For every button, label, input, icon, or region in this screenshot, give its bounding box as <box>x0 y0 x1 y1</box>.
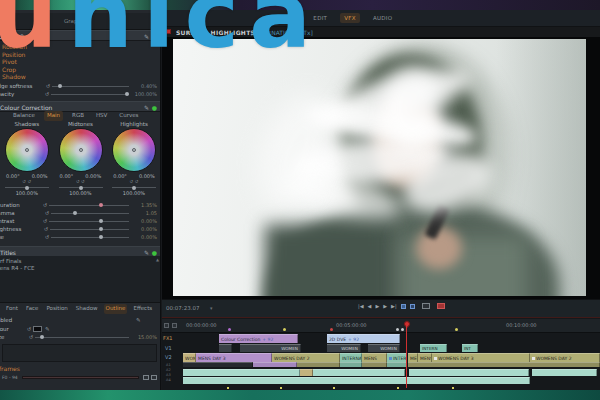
fx1-clip[interactable]: 2D DVE+ 92 <box>327 334 400 343</box>
monitor-icon-active[interactable] <box>437 303 445 309</box>
v1-clip[interactable]: INTERN <box>420 344 447 352</box>
scroll-up-icon[interactable]: ▲ <box>156 257 159 262</box>
wheel-center-handle[interactable] <box>79 148 83 152</box>
reset-icon[interactable]: ↺ <box>27 334 35 340</box>
v2-clip[interactable]: WOMENS DAY 2 <box>272 353 340 362</box>
track-label-fx1[interactable]: FX1 <box>163 335 172 341</box>
cc-tab-hsv[interactable]: HSV <box>93 111 110 121</box>
slider-thumb[interactable] <box>58 84 62 88</box>
v2-clip[interactable]: MEN <box>408 353 418 362</box>
fx1-clip[interactable]: Colour Correction+ 92 <box>219 334 298 343</box>
track-label-a2[interactable]: A2 <box>166 368 171 372</box>
transport-button-4[interactable]: ▶| <box>391 303 397 309</box>
edit-pen-icon[interactable]: ✎ <box>144 104 149 111</box>
v2-clip[interactable]: INTERNA <box>340 353 362 362</box>
titles-tab-outline[interactable]: Outline <box>104 304 128 314</box>
frame-scrubber[interactable] <box>22 376 139 379</box>
cc-param-brightness-slider[interactable] <box>50 229 129 230</box>
dve-slider-1-slider[interactable] <box>51 94 129 95</box>
audio2-clip[interactable] <box>183 377 530 384</box>
viewer-aux-icon-1[interactable] <box>410 304 415 309</box>
slider-thumb[interactable] <box>73 211 77 215</box>
v1-clip[interactable]: WOMEN <box>240 344 301 352</box>
wheel-reset-icons[interactable]: ↺ ↺ <box>0 179 54 184</box>
audio1-clip[interactable] <box>532 369 597 376</box>
v2-clip[interactable]: MENS <box>418 353 432 362</box>
titles-item[interactable]: Surf Finals <box>0 258 155 265</box>
keyframes-label[interactable]: Keyframes <box>0 365 88 372</box>
audio1-clip[interactable] <box>300 369 313 376</box>
enabled-dot-icon[interactable]: ● <box>152 104 157 111</box>
v2-clip[interactable]: WOMENS DAY 2 <box>530 353 600 362</box>
wheel-reset-icons[interactable]: ↺ ↺ <box>54 179 108 184</box>
edit-pen-icon[interactable]: ✎ <box>45 326 50 332</box>
slider-thumb[interactable] <box>40 335 44 339</box>
cc-param-contrast-slider[interactable] <box>49 221 129 222</box>
wheel-master-slider[interactable] <box>5 187 49 188</box>
track-label-a3[interactable]: A3 <box>166 373 171 377</box>
slider-thumb[interactable] <box>99 219 103 223</box>
reset-icon[interactable]: ↺ <box>43 91 51 97</box>
color-wheel[interactable] <box>5 128 49 172</box>
size-slider[interactable] <box>35 337 129 338</box>
timecode-dropdown-icon[interactable]: ▾ <box>210 305 213 311</box>
enabled-dot-icon[interactable]: ● <box>152 249 157 256</box>
v1-clip[interactable]: WOMEN <box>368 344 400 352</box>
color-wheel[interactable] <box>59 128 103 172</box>
v2-sub-clip[interactable] <box>253 362 297 367</box>
audio1-clip[interactable] <box>409 369 529 376</box>
v2-clip[interactable]: WOMENS DAY 3 <box>432 353 530 362</box>
titles-tab-position[interactable]: Position <box>44 304 69 314</box>
wheel-reset-icons[interactable]: ↺ ↺ <box>107 179 161 184</box>
audio1-clip[interactable] <box>313 369 405 376</box>
edit-pen-icon[interactable]: ✎ <box>144 249 149 256</box>
keyframe-prev-icon[interactable] <box>143 375 149 380</box>
v2-sub-clip[interactable] <box>183 362 253 367</box>
wheel-master-slider[interactable] <box>59 187 103 188</box>
titles-tab-shadow[interactable]: Shadow <box>74 304 100 314</box>
wheel-center-handle[interactable] <box>132 148 136 152</box>
app-tab-vfx[interactable]: VFX <box>340 13 360 23</box>
v2-sub-clip[interactable] <box>297 362 340 367</box>
v2-sub-clip[interactable] <box>340 362 362 367</box>
v2-sub-clip[interactable] <box>387 362 407 367</box>
reset-icon[interactable]: ↺ <box>41 202 49 208</box>
track-label-v2[interactable]: V2 <box>165 354 172 360</box>
reset-icon[interactable]: ↺ <box>43 234 51 240</box>
reset-icon[interactable]: ↺ <box>44 83 52 89</box>
reset-icon[interactable]: ↺ <box>42 226 50 232</box>
slider-thumb[interactable] <box>79 186 83 190</box>
video-frame[interactable] <box>173 39 586 296</box>
section-shadow[interactable]: Shadow <box>0 73 161 81</box>
viewer-aux-icon-0[interactable] <box>401 304 406 309</box>
wheel-master-slider[interactable] <box>112 187 156 188</box>
slider-thumb[interactable] <box>99 227 103 231</box>
app-tab-audio[interactable]: AUDIO <box>369 13 396 23</box>
cc-tab-balance[interactable]: Balance <box>10 111 38 121</box>
cc-tab-rgb[interactable]: RGB <box>69 111 87 121</box>
slider-thumb[interactable] <box>99 203 103 207</box>
reset-icon[interactable]: ↺ <box>43 210 51 216</box>
colour-swatch[interactable] <box>33 326 42 332</box>
slider-thumb[interactable] <box>99 235 103 239</box>
slider-thumb[interactable] <box>125 92 129 96</box>
playhead-line[interactable] <box>406 326 407 388</box>
transport-button-2[interactable]: ▶ <box>375 303 379 309</box>
cc-param-saturation-slider[interactable] <box>49 205 129 206</box>
titles-tab-font[interactable]: Font <box>4 304 20 314</box>
transport-button-1[interactable]: ◀ <box>368 303 372 309</box>
titles-item[interactable]: Mens R4 - FCE <box>0 265 155 272</box>
v1-clip[interactable]: WOMEN <box>327 344 361 352</box>
track-label-a1[interactable]: A1 <box>166 363 171 367</box>
wheel-center-handle[interactable] <box>25 148 29 152</box>
transport-button-0[interactable]: |◀ <box>358 303 364 309</box>
reset-icon[interactable]: ↺ <box>25 326 33 332</box>
cc-param-gamma-slider[interactable] <box>51 213 129 214</box>
v2-sub-clip[interactable] <box>408 362 600 367</box>
slider-thumb[interactable] <box>25 186 29 190</box>
color-wheel[interactable] <box>112 128 156 172</box>
v2-clip[interactable]: INTERCUT <box>387 353 407 362</box>
v2-clip[interactable]: MENS DAY 3 <box>196 353 272 362</box>
viewer-timecode[interactable]: 00:07:23.07 <box>166 305 199 311</box>
v1-clip[interactable] <box>219 344 232 352</box>
